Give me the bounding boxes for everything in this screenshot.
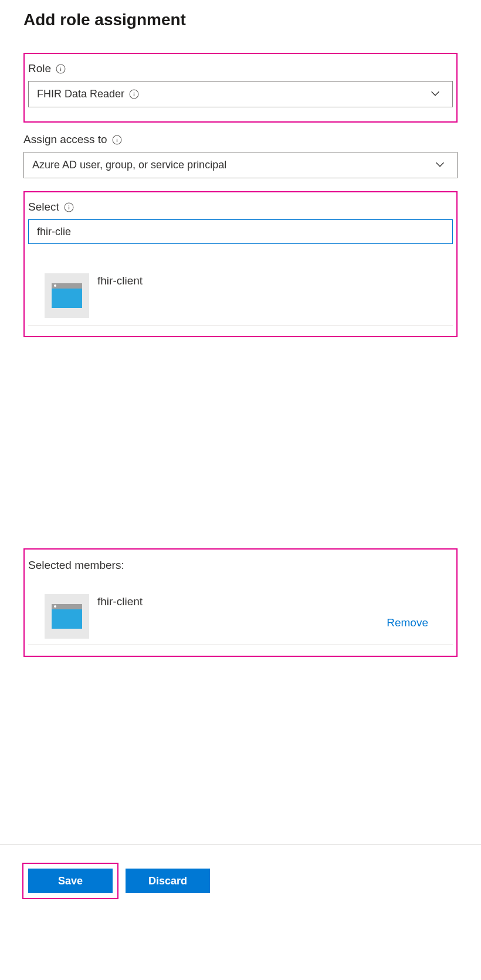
assign-access-label: Assign access to (23, 133, 107, 146)
role-dropdown[interactable]: FHIR Data Reader (28, 81, 453, 107)
chevron-down-icon (429, 87, 442, 102)
assign-access-field: Assign access to Azure AD user, group, o… (23, 130, 458, 186)
remove-link[interactable]: Remove (387, 616, 428, 629)
discard-button[interactable]: Discard (126, 869, 210, 893)
search-result-item[interactable]: fhir-client (28, 272, 453, 325)
select-field: Select (28, 196, 453, 244)
svg-point-10 (69, 205, 69, 205)
selected-member-name: fhir-client (97, 594, 143, 608)
spacer (23, 657, 458, 845)
assign-access-dropdown[interactable]: Azure AD user, group, or service princip… (23, 152, 458, 178)
svg-point-4 (134, 92, 134, 93)
chevron-down-icon (433, 158, 446, 173)
selected-member-item: fhir-client Remove (28, 594, 453, 645)
info-icon[interactable] (112, 135, 122, 145)
select-label: Select (28, 201, 59, 213)
page-title: Add role assignment (23, 11, 458, 29)
assign-access-value: Azure AD user, group, or service princip… (32, 159, 449, 171)
role-field: Role FHIR Data Reader (28, 57, 453, 116)
role-label-row: Role (28, 62, 453, 75)
info-icon[interactable] (56, 64, 66, 74)
selected-members-label: Selected members: (28, 553, 453, 575)
select-label-row: Select (28, 201, 453, 213)
select-section-highlight: Select fhir-client (23, 191, 458, 337)
app-icon (45, 594, 89, 639)
select-search-input[interactable] (28, 219, 453, 244)
app-icon (45, 273, 89, 318)
role-label: Role (28, 62, 51, 75)
save-button[interactable]: Save (28, 869, 113, 893)
footer-bar: Save Discard (0, 845, 481, 907)
save-button-highlight: Save (22, 863, 118, 899)
role-section-highlight: Role FHIR Data Reader (23, 53, 458, 123)
spacer (23, 337, 458, 548)
assign-access-label-row: Assign access to (23, 133, 458, 146)
svg-point-7 (116, 137, 117, 138)
assign-access-value-text: Azure AD user, group, or service princip… (32, 159, 226, 171)
svg-point-1 (60, 66, 61, 67)
info-icon[interactable] (129, 89, 139, 99)
search-result-name: fhir-client (97, 273, 143, 287)
role-value-text: FHIR Data Reader (37, 88, 124, 100)
role-dropdown-value: FHIR Data Reader (37, 88, 444, 100)
info-icon[interactable] (64, 202, 74, 212)
selected-members-highlight: Selected members: fhir-client Remove (23, 548, 458, 657)
